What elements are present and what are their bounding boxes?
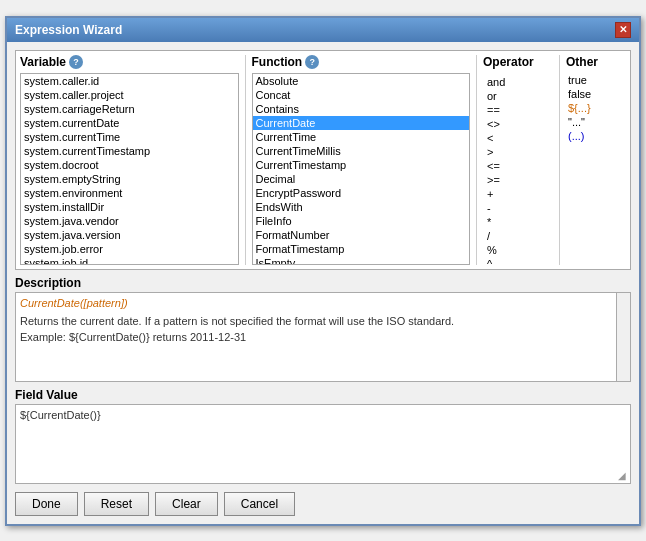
list-item[interactable]: system.environment	[21, 186, 238, 200]
function-header: Function ?	[252, 55, 471, 69]
clear-button[interactable]: Clear	[155, 492, 218, 516]
other-item[interactable]: true	[566, 73, 626, 87]
description-scrollbar[interactable]	[616, 293, 630, 381]
other-item[interactable]: ${...}	[566, 101, 626, 115]
list-item[interactable]: system.currentDate	[21, 116, 238, 130]
list-item[interactable]: EndsWith	[253, 200, 470, 214]
list-item[interactable]: Contains	[253, 102, 470, 116]
variable-list-box[interactable]: system.caller.idsystem.caller.projectsys…	[20, 73, 239, 265]
list-item[interactable]: system.emptyString	[21, 172, 238, 186]
variable-column: Variable ? system.caller.idsystem.caller…	[20, 55, 239, 265]
list-item[interactable]: CurrentTimeMillis	[253, 144, 470, 158]
dialog-body: Variable ? system.caller.idsystem.caller…	[7, 42, 639, 524]
resize-handle[interactable]: ◢	[618, 471, 628, 481]
function-label: Function	[252, 55, 303, 69]
list-item[interactable]: system.java.vendor	[21, 214, 238, 228]
description-label: Description	[15, 276, 631, 290]
variable-help-icon[interactable]: ?	[69, 55, 83, 69]
description-section: Description CurrentDate([pattern]) Retur…	[15, 276, 631, 382]
list-item[interactable]: >	[485, 145, 551, 159]
list-item[interactable]: Absolute	[253, 74, 470, 88]
list-item[interactable]: +	[485, 187, 551, 201]
done-button[interactable]: Done	[15, 492, 78, 516]
columns-area: Variable ? system.caller.idsystem.caller…	[15, 50, 631, 270]
variable-list-inner: system.caller.idsystem.caller.projectsys…	[21, 74, 238, 264]
other-column: Other truefalse${...}"..."(...)	[566, 55, 626, 265]
description-signature: CurrentDate([pattern])	[20, 297, 626, 309]
list-item[interactable]: system.job.id	[21, 256, 238, 265]
list-item[interactable]: EncryptPassword	[253, 186, 470, 200]
list-item[interactable]: system.java.version	[21, 228, 238, 242]
field-value-label: Field Value	[15, 388, 631, 402]
function-help-icon[interactable]: ?	[305, 55, 319, 69]
list-item[interactable]: system.currentTimestamp	[21, 144, 238, 158]
description-box: CurrentDate([pattern]) Returns the curre…	[15, 292, 631, 382]
field-value-text: ${CurrentDate()}	[20, 409, 626, 421]
operator-label: Operator	[483, 55, 534, 69]
list-item[interactable]: and	[485, 75, 551, 89]
list-item[interactable]: system.caller.id	[21, 74, 238, 88]
variable-list-wrapper: system.caller.idsystem.caller.projectsys…	[20, 73, 239, 265]
other-items: truefalse${...}"..."(...)	[566, 73, 626, 143]
list-item[interactable]: FileInfo	[253, 214, 470, 228]
list-item[interactable]: <=	[485, 159, 551, 173]
other-header: Other	[566, 55, 626, 69]
expression-wizard-dialog: Expression Wizard ✕ Variable ? system.ca…	[5, 16, 641, 526]
other-item[interactable]: (...)	[566, 129, 626, 143]
list-item[interactable]: IsEmpty	[253, 256, 470, 265]
list-item[interactable]: >=	[485, 173, 551, 187]
divider-3	[559, 55, 560, 265]
list-item[interactable]: ==	[485, 103, 551, 117]
list-item[interactable]: Concat	[253, 88, 470, 102]
divider-2	[476, 55, 477, 265]
list-item[interactable]: system.currentTime	[21, 130, 238, 144]
list-item[interactable]: system.caller.project	[21, 88, 238, 102]
function-list-inner: AbsoluteConcatContainsCurrentDateCurrent…	[253, 74, 470, 264]
cancel-button[interactable]: Cancel	[224, 492, 295, 516]
function-list-wrapper: AbsoluteConcatContainsCurrentDateCurrent…	[252, 73, 471, 265]
field-value-box[interactable]: ${CurrentDate()} ◢	[15, 404, 631, 484]
list-item[interactable]: <	[485, 131, 551, 145]
operator-header: Operator	[483, 55, 553, 69]
reset-button[interactable]: Reset	[84, 492, 149, 516]
function-list-box[interactable]: AbsoluteConcatContainsCurrentDateCurrent…	[252, 73, 471, 265]
list-item[interactable]: FormatTimestamp	[253, 242, 470, 256]
list-item[interactable]: -	[485, 201, 551, 215]
function-column: Function ? AbsoluteConcatContainsCurrent…	[252, 55, 471, 265]
list-item[interactable]: system.installDir	[21, 200, 238, 214]
list-item[interactable]: CurrentTime	[253, 130, 470, 144]
operator-list: andor==<><><=>=+-*/%^	[483, 73, 553, 273]
list-item[interactable]: system.job.error	[21, 242, 238, 256]
list-item[interactable]: or	[485, 89, 551, 103]
list-item[interactable]: <>	[485, 117, 551, 131]
variable-label: Variable	[20, 55, 66, 69]
list-item[interactable]: %	[485, 243, 551, 257]
list-item[interactable]: FormatNumber	[253, 228, 470, 242]
description-text: Returns the current date. If a pattern i…	[20, 313, 626, 346]
button-bar: Done Reset Clear Cancel	[15, 492, 631, 516]
other-item[interactable]: "..."	[566, 115, 626, 129]
title-bar: Expression Wizard ✕	[7, 18, 639, 42]
list-item[interactable]: Decimal	[253, 172, 470, 186]
list-item[interactable]: CurrentDate	[253, 116, 470, 130]
list-item[interactable]: system.carriageReturn	[21, 102, 238, 116]
field-value-section: Field Value ${CurrentDate()} ◢	[15, 388, 631, 484]
variable-header: Variable ?	[20, 55, 239, 69]
list-item[interactable]: ^	[485, 257, 551, 271]
list-item[interactable]: /	[485, 229, 551, 243]
list-item[interactable]: *	[485, 215, 551, 229]
list-item[interactable]: system.docroot	[21, 158, 238, 172]
dialog-title: Expression Wizard	[15, 23, 122, 37]
close-button[interactable]: ✕	[615, 22, 631, 38]
other-label: Other	[566, 55, 598, 69]
list-item[interactable]: CurrentTimestamp	[253, 158, 470, 172]
operator-column: Operator andor==<><><=>=+-*/%^	[483, 55, 553, 265]
other-item[interactable]: false	[566, 87, 626, 101]
divider-1	[245, 55, 246, 265]
